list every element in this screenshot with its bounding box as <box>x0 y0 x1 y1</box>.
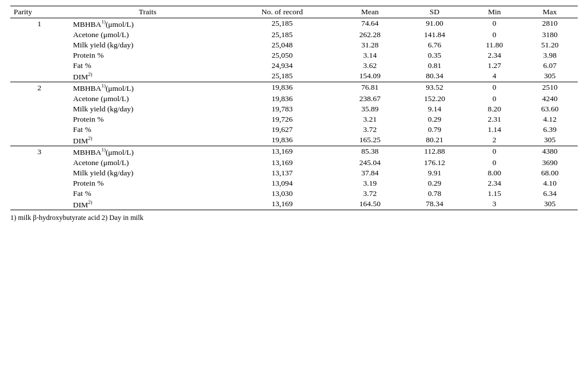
cell-trait: DIM2) <box>69 71 227 82</box>
cell-sd: 9.14 <box>402 104 467 114</box>
cell-max: 4240 <box>522 94 578 104</box>
cell-min: 2.34 <box>467 50 522 61</box>
cell-min: 1.15 <box>467 189 522 199</box>
cell-trait: Protein % <box>69 50 227 61</box>
cell-max: 6.39 <box>522 125 578 135</box>
header-max: Max <box>522 6 578 18</box>
cell-records: 13,094 <box>227 178 338 189</box>
cell-mean: 3.72 <box>338 125 402 135</box>
header-traits: Traits <box>69 6 227 18</box>
cell-mean: 37.84 <box>338 168 402 178</box>
cell-trait: Milk yield (kg/day) <box>69 168 227 178</box>
cell-mean: 3.72 <box>338 189 402 199</box>
cell-min: 1.14 <box>467 125 522 135</box>
cell-min: 0 <box>467 146 522 158</box>
cell-parity: 3 <box>10 146 69 158</box>
cell-trait: Milk yield (kg/day) <box>69 40 227 50</box>
cell-sd: 152.20 <box>402 94 467 104</box>
cell-mean: 31.28 <box>338 40 402 50</box>
cell-trait: MBHBA1)(μmol/L) <box>69 82 227 94</box>
cell-parity <box>10 71 69 82</box>
cell-max: 3690 <box>522 158 578 168</box>
cell-parity: 1 <box>10 18 69 30</box>
header-mean: Mean <box>338 6 402 18</box>
cell-mean: 74.64 <box>338 18 402 30</box>
cell-min: 8.00 <box>467 168 522 178</box>
cell-parity <box>10 199 69 210</box>
cell-parity <box>10 189 69 199</box>
cell-mean: 238.67 <box>338 94 402 104</box>
cell-max: 2510 <box>522 82 578 94</box>
cell-mean: 165.25 <box>338 135 402 146</box>
cell-parity <box>10 178 69 189</box>
cell-mean: 76.81 <box>338 82 402 94</box>
table-row: Fat %13,0303.720.781.156.34 <box>10 189 578 199</box>
cell-mean: 3.19 <box>338 178 402 189</box>
cell-min: 0 <box>467 30 522 40</box>
cell-sd: 141.84 <box>402 30 467 40</box>
cell-parity <box>10 114 69 125</box>
cell-mean: 245.04 <box>338 158 402 168</box>
table-header-row: Parity Traits No. of record Mean SD Min … <box>10 6 578 18</box>
cell-mean: 3.21 <box>338 114 402 125</box>
cell-max: 3180 <box>522 30 578 40</box>
table-row: Fat %19,6273.720.791.146.39 <box>10 125 578 135</box>
cell-parity <box>10 94 69 104</box>
cell-min: 11.80 <box>467 40 522 50</box>
header-sd: SD <box>402 6 467 18</box>
header-parity: Parity <box>10 6 69 18</box>
cell-min: 0 <box>467 94 522 104</box>
cell-parity <box>10 40 69 50</box>
cell-sd: 91.00 <box>402 18 467 30</box>
cell-sd: 93.52 <box>402 82 467 94</box>
table-row: 3MBHBA1)(μmol/L)13,16985.38112.8804380 <box>10 146 578 158</box>
cell-trait: Fat % <box>69 189 227 199</box>
cell-min: 2.31 <box>467 114 522 125</box>
cell-mean: 35.89 <box>338 104 402 114</box>
table-row: Milk yield (kg/day)19,78335.899.148.2063… <box>10 104 578 114</box>
cell-trait: Acetone (μmol/L) <box>69 30 227 40</box>
cell-min: 1.27 <box>467 61 522 71</box>
cell-records: 24,934 <box>227 61 338 71</box>
table-row: Protein %25,0503.140.352.343.98 <box>10 50 578 61</box>
cell-records: 19,627 <box>227 125 338 135</box>
cell-sd: 78.34 <box>402 199 467 210</box>
data-table: Parity Traits No. of record Mean SD Min … <box>10 6 578 210</box>
cell-parity <box>10 168 69 178</box>
table-footnote: 1) milk β-hydroxybutyrate acid 2) Day in… <box>10 214 578 222</box>
cell-parity <box>10 104 69 114</box>
cell-parity: 2 <box>10 82 69 94</box>
table-row: DIM2)19,836165.2580.212305 <box>10 135 578 146</box>
cell-trait: MBHBA1)(μmol/L) <box>69 146 227 158</box>
cell-records: 19,836 <box>227 94 338 104</box>
cell-sd: 9.91 <box>402 168 467 178</box>
cell-records: 25,185 <box>227 18 338 30</box>
cell-parity <box>10 61 69 71</box>
table-row: Acetone (μmol/L)13,169245.04176.1203690 <box>10 158 578 168</box>
cell-trait: Fat % <box>69 125 227 135</box>
cell-trait: DIM2) <box>69 199 227 210</box>
cell-trait: Acetone (μmol/L) <box>69 94 227 104</box>
cell-sd: 0.78 <box>402 189 467 199</box>
cell-min: 3 <box>467 199 522 210</box>
cell-records: 13,169 <box>227 146 338 158</box>
cell-min: 2.34 <box>467 178 522 189</box>
cell-max: 305 <box>522 135 578 146</box>
cell-max: 6.07 <box>522 61 578 71</box>
cell-sd: 0.81 <box>402 61 467 71</box>
cell-records: 13,169 <box>227 199 338 210</box>
cell-records: 25,048 <box>227 40 338 50</box>
cell-min: 0 <box>467 158 522 168</box>
cell-records: 13,169 <box>227 158 338 168</box>
cell-trait: Protein % <box>69 178 227 189</box>
cell-mean: 164.50 <box>338 199 402 210</box>
cell-records: 25,185 <box>227 71 338 82</box>
table-row: 1MBHBA1)(μmol/L)25,18574.6491.0002810 <box>10 18 578 30</box>
cell-max: 51.20 <box>522 40 578 50</box>
cell-sd: 80.21 <box>402 135 467 146</box>
cell-min: 2 <box>467 135 522 146</box>
header-records: No. of record <box>227 6 338 18</box>
cell-sd: 6.76 <box>402 40 467 50</box>
cell-min: 0 <box>467 18 522 30</box>
cell-records: 13,137 <box>227 168 338 178</box>
